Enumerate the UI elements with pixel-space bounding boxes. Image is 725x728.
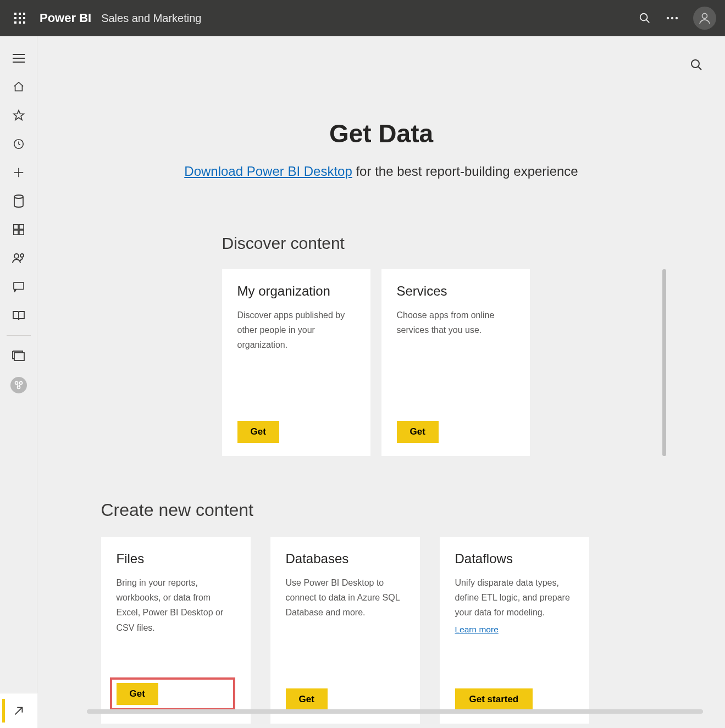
svg-rect-0	[14, 13, 16, 15]
get-started-dataflows-button[interactable]: Get started	[455, 688, 533, 710]
workspace-name[interactable]: Sales and Marketing	[101, 12, 201, 25]
svg-rect-6	[14, 21, 16, 24]
nav-favorites-icon[interactable]	[0, 101, 37, 130]
svg-rect-8	[23, 21, 25, 24]
nav-shared-icon[interactable]	[0, 244, 37, 273]
files-get-highlight: Get	[110, 677, 235, 710]
main-content: Get Data Download Power BI Desktop for t…	[37, 36, 725, 728]
svg-point-12	[671, 17, 673, 19]
app-launcher-icon[interactable]	[9, 7, 31, 29]
nav-apps-icon[interactable]	[0, 215, 37, 244]
nav-chat-icon[interactable]	[0, 273, 37, 301]
svg-rect-3	[14, 17, 16, 19]
svg-line-10	[646, 20, 650, 23]
nav-learn-icon[interactable]	[0, 301, 37, 330]
svg-point-28	[20, 254, 24, 257]
create-section-title: Create new content	[101, 500, 684, 520]
svg-rect-26	[19, 230, 23, 235]
horizontal-scrollbar[interactable]	[87, 709, 703, 714]
card-title: My organization	[237, 284, 355, 299]
subtitle-suffix: for the best report-building experience	[352, 164, 578, 179]
card-files: Files Bring in your reports, workbooks, …	[101, 537, 251, 724]
discover-section-title: Discover content	[222, 234, 634, 253]
card-desc: Discover apps published by other people …	[237, 308, 355, 421]
svg-rect-7	[19, 21, 21, 24]
svg-marker-18	[13, 110, 23, 120]
dataflows-learn-more-link[interactable]: Learn more	[455, 623, 574, 637]
svg-point-14	[702, 14, 707, 19]
nav-datasets-icon[interactable]	[0, 187, 37, 215]
nav-rail	[0, 36, 37, 728]
brand-label[interactable]: Power BI	[40, 11, 91, 25]
get-my-organization-button[interactable]: Get	[237, 421, 279, 443]
card-title: Services	[397, 284, 514, 299]
page-title: Get Data	[37, 119, 725, 148]
nav-get-data-icon[interactable]	[0, 693, 37, 728]
card-desc: Choose apps from online services that yo…	[397, 308, 514, 421]
get-databases-button[interactable]: Get	[286, 688, 328, 710]
svg-point-9	[640, 14, 647, 21]
card-dataflows: Dataflows Unify disparate data types, de…	[440, 537, 589, 724]
nav-create-icon[interactable]	[0, 158, 37, 187]
nav-home-icon[interactable]	[0, 73, 37, 101]
more-icon[interactable]	[666, 12, 679, 25]
card-desc: Bring in your reports, workbooks, or dat…	[117, 575, 235, 683]
svg-rect-30	[14, 353, 24, 360]
get-services-button[interactable]: Get	[397, 421, 439, 443]
svg-rect-25	[13, 230, 18, 235]
page-subtitle: Download Power BI Desktop for the best r…	[37, 164, 725, 179]
nav-menu-icon[interactable]	[0, 44, 37, 73]
nav-deployment-icon[interactable]	[0, 371, 37, 399]
card-desc: Unify disparate data types, define ETL l…	[455, 575, 574, 688]
card-services: Services Choose apps from online service…	[381, 269, 530, 456]
svg-rect-29	[13, 282, 23, 290]
card-desc: Use Power BI Desktop to connect to data …	[286, 575, 405, 688]
svg-rect-23	[13, 225, 18, 229]
card-title: Databases	[286, 551, 405, 566]
card-databases: Databases Use Power BI Desktop to connec…	[270, 537, 420, 724]
svg-line-34	[17, 384, 18, 386]
discover-scrollbar[interactable]	[662, 269, 666, 456]
avatar[interactable]	[693, 7, 716, 30]
svg-line-35	[19, 384, 20, 386]
svg-point-13	[676, 17, 678, 19]
search-icon[interactable]	[638, 12, 651, 25]
svg-rect-5	[23, 17, 25, 19]
card-my-organization: My organization Discover apps published …	[222, 269, 370, 456]
top-bar: Power BI Sales and Marketing	[0, 0, 725, 36]
svg-point-27	[14, 254, 19, 258]
svg-rect-4	[19, 17, 21, 19]
svg-rect-2	[23, 13, 25, 15]
svg-point-22	[14, 195, 23, 198]
get-files-button[interactable]: Get	[117, 683, 158, 705]
svg-point-11	[667, 17, 669, 19]
download-desktop-link[interactable]: Download Power BI Desktop	[184, 164, 352, 179]
card-title: Dataflows	[455, 551, 574, 566]
svg-line-36	[15, 707, 22, 714]
svg-rect-24	[19, 225, 23, 229]
svg-rect-1	[19, 13, 21, 15]
nav-recent-icon[interactable]	[0, 130, 37, 158]
card-title: Files	[117, 551, 235, 566]
nav-workspaces-icon[interactable]	[0, 342, 37, 371]
